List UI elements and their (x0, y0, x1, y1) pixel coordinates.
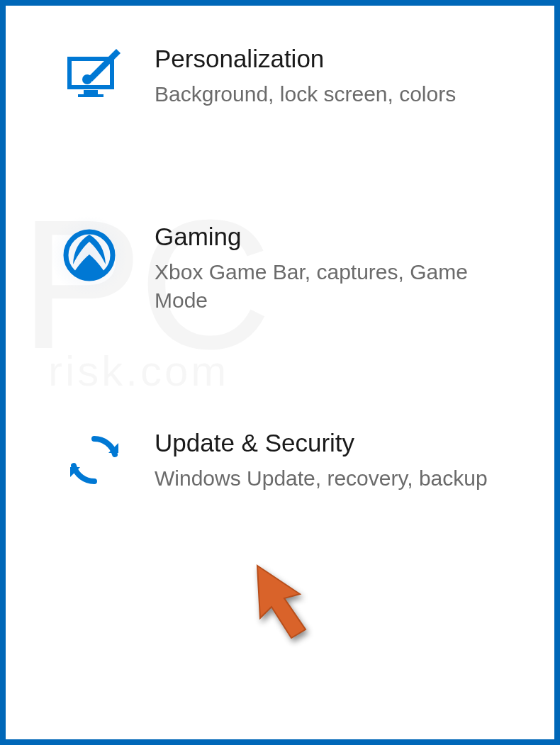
personalization-icon (62, 45, 126, 97)
settings-item-description: Background, lock screen, colors (155, 80, 456, 109)
settings-item-description: Windows Update, recovery, backup (155, 464, 488, 493)
settings-item-gaming[interactable]: Gaming Xbox Game Bar, captures, Game Mod… (62, 223, 533, 315)
settings-item-text: Personalization Background, lock screen,… (126, 45, 456, 109)
settings-category-list: Personalization Background, lock screen,… (6, 6, 554, 493)
settings-item-title: Personalization (155, 45, 456, 73)
svg-point-3 (82, 74, 92, 84)
settings-item-text: Gaming Xbox Game Bar, captures, Game Mod… (126, 223, 516, 315)
svg-rect-1 (84, 90, 98, 94)
svg-rect-2 (78, 94, 103, 97)
settings-item-text: Update & Security Windows Update, recove… (126, 429, 488, 493)
settings-item-update-security[interactable]: Update & Security Windows Update, recove… (62, 429, 533, 493)
settings-item-description: Xbox Game Bar, captures, Game Mode (155, 258, 516, 315)
update-security-icon (62, 429, 126, 487)
settings-item-personalization[interactable]: Personalization Background, lock screen,… (62, 45, 533, 109)
settings-item-title: Update & Security (155, 429, 488, 457)
settings-item-title: Gaming (155, 223, 516, 251)
cursor-arrow-annotation (250, 559, 328, 644)
settings-panel: PC risk.com Personalization Background, … (0, 0, 560, 745)
gaming-icon (62, 223, 126, 298)
